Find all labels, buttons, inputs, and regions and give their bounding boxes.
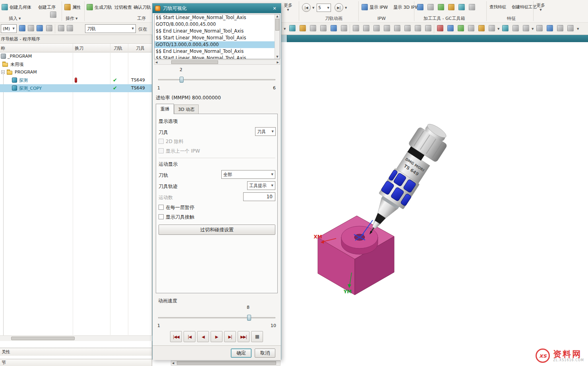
rewind-options-icon[interactable]: ▼ — [312, 6, 314, 10]
show-tool-contact-checkbox[interactable] — [159, 214, 164, 219]
snapshot-icon[interactable] — [458, 25, 464, 31]
create-geometry-button[interactable]: 创建几何体 — [2, 3, 31, 12]
insert-extra-button[interactable] — [50, 10, 56, 19]
column-name[interactable]: 称 — [1, 45, 5, 51]
step-back-button[interactable]: |◀ — [184, 331, 195, 342]
spline-icon[interactable] — [363, 25, 369, 31]
window-hscrollbar[interactable]: ◀ — [171, 360, 280, 366]
column-toolpath[interactable]: 刀轨 — [114, 45, 122, 51]
forward-options-icon[interactable]: ▼ — [345, 6, 347, 10]
scroll-left-icon[interactable]: ◀ — [155, 61, 157, 64]
sim-rewind-button[interactable]: |◀ — [302, 3, 311, 12]
viewport-tab-chip[interactable] — [281, 35, 287, 42]
step-forward-button[interactable]: ▶| — [224, 331, 236, 342]
show-ipw-button[interactable]: 显示 IPW — [362, 3, 388, 12]
shaded-view-icon[interactable] — [468, 25, 474, 31]
column-tool[interactable]: 刀具 — [136, 45, 145, 51]
group-label-operate[interactable]: 操作▼ — [66, 15, 77, 21]
wcs-icon[interactable] — [557, 25, 563, 31]
play-button[interactable]: ▶ — [211, 331, 222, 342]
speed-slider-handle[interactable] — [247, 315, 251, 321]
tab-replay[interactable]: 重播 — [156, 104, 174, 114]
tab-3d-dynamic[interactable]: 3D 动态 — [174, 105, 199, 114]
more-view-tools-icon[interactable]: ▼ — [577, 27, 579, 31]
table-row-program[interactable]: PROGRAM — [0, 68, 152, 76]
line-icon[interactable] — [341, 25, 347, 31]
gcode-line[interactable]: GOTO/8.000,0.000,45.000 — [155, 21, 280, 28]
scroll-left-icon[interactable]: ◀ — [172, 362, 174, 365]
scrollbar-thumb[interactable] — [11, 337, 75, 340]
layer-icon[interactable] — [547, 25, 553, 31]
find-feature-button[interactable]: 查找特征 — [489, 3, 506, 12]
motion-count-input[interactable]: 10 — [243, 192, 275, 201]
circle-icon[interactable] — [384, 25, 390, 31]
scrollbar-thumb[interactable] — [171, 60, 218, 64]
line-slider-handle[interactable] — [180, 77, 184, 83]
scroll-down-icon[interactable]: ▼ — [275, 55, 280, 58]
more-left-button[interactable]: 更多▼ — [284, 2, 292, 12]
stop-button[interactable]: ■ — [251, 331, 263, 342]
graphics-viewport[interactable]: XM YM — [281, 35, 588, 366]
gc-tool-icon-1[interactable] — [417, 4, 424, 10]
ok-button[interactable]: 确定 — [231, 349, 251, 358]
table-row-probe[interactable]: 探测 ✔ TS649 — [0, 76, 152, 84]
workpiece-block[interactable] — [318, 216, 394, 295]
datum-plane-icon[interactable] — [320, 25, 327, 31]
speed-slider-track[interactable] — [158, 317, 275, 318]
gouge-check-button[interactable]: 过切检查 — [114, 3, 132, 12]
gcode-hscrollbar[interactable]: ◀ ▶ — [154, 60, 280, 65]
highlight-icon[interactable] — [37, 25, 43, 31]
zoom-icon[interactable] — [513, 25, 519, 31]
details-section-bar[interactable]: 节 — [0, 359, 152, 366]
gc-tool-icon-2[interactable] — [427, 4, 434, 10]
group-label-insert[interactable]: 插入▼ — [9, 15, 21, 21]
offset-icon[interactable] — [425, 25, 431, 31]
arc-icon[interactable] — [353, 25, 359, 31]
move-component-icon[interactable] — [310, 25, 316, 31]
dependencies-section-bar[interactable]: 关性 — [0, 348, 152, 356]
sim-forward-button[interactable]: ▶| — [335, 3, 343, 12]
scroll-up-icon[interactable]: ▲ — [275, 15, 280, 18]
view-menu-icon[interactable]: ▼ — [284, 27, 286, 31]
snap-point-icon[interactable] — [19, 25, 25, 31]
window-icon[interactable] — [447, 25, 454, 31]
pause-each-level-checkbox[interactable] — [159, 205, 164, 210]
properties-button[interactable]: 属性 — [64, 3, 81, 12]
view-options-icon[interactable]: ▼ — [497, 27, 499, 31]
gcode-line[interactable]: $$ End Linear_Move_Normal_Tool_Axis — [155, 48, 280, 55]
verify-toolpath-button[interactable]: 确认刀轨 — [133, 3, 151, 12]
gcode-line[interactable]: $$ Start Linear_Move_Normal_Tool_Axis — [155, 14, 280, 21]
gouge-collision-settings-button[interactable]: 过切和碰撞设置 — [159, 225, 275, 235]
collapse-icon[interactable] — [1, 70, 5, 74]
more-right-button[interactable]: 更多▼ — [536, 2, 545, 12]
show-3d-ipw-button[interactable]: 显示 3D IPW — [393, 3, 419, 12]
table-row-nc-program[interactable]: _PROGRAM — [0, 52, 152, 60]
toolpath-display-combo[interactable]: 全部▼ — [221, 170, 275, 179]
gc-tool-icon-4[interactable] — [448, 4, 455, 10]
sketch-icon[interactable] — [331, 25, 337, 31]
selection-scope-combo[interactable]: (M)▼ — [1, 24, 17, 33]
play-reverse-button[interactable]: ◀ — [197, 331, 209, 342]
2d-removal-checkbox[interactable] — [159, 139, 164, 144]
assembly-icon[interactable] — [289, 25, 296, 31]
tool-display-combo[interactable]: 刀具▼ — [255, 127, 276, 136]
render-options-icon[interactable]: ▼ — [532, 27, 534, 31]
scrollbar-thumb[interactable] — [177, 361, 276, 365]
close-icon[interactable]: ✕ — [271, 5, 279, 12]
constraint-icon[interactable] — [300, 25, 306, 31]
fit-view-icon[interactable] — [502, 25, 509, 31]
gcode-line[interactable]: $$ End Linear_Move_Normal_Tool_Axis — [155, 28, 280, 35]
gcode-line-selected[interactable]: GOTO/13.000,0.000,45.000 — [155, 41, 280, 48]
navigator-hscrollbar[interactable] — [0, 335, 152, 341]
plus-icon[interactable] — [394, 25, 400, 31]
analysis-icon[interactable] — [67, 25, 73, 31]
tools-icon[interactable] — [567, 25, 574, 31]
gcode-line[interactable]: $$ Start Linear_Move_Normal_Tool_Axis — [155, 55, 280, 59]
column-toolchange[interactable]: 换刀 — [75, 45, 83, 51]
gc-tool-icon-5[interactable] — [458, 4, 465, 10]
play-to-start-button[interactable]: |◀◀ — [170, 331, 182, 342]
wireframe-view-icon[interactable] — [478, 25, 485, 31]
table-row-unused[interactable]: 未用项 — [0, 60, 152, 68]
pencil-icon[interactable] — [404, 25, 411, 31]
generate-toolpath-button[interactable]: 生成刀轨 — [87, 3, 112, 12]
